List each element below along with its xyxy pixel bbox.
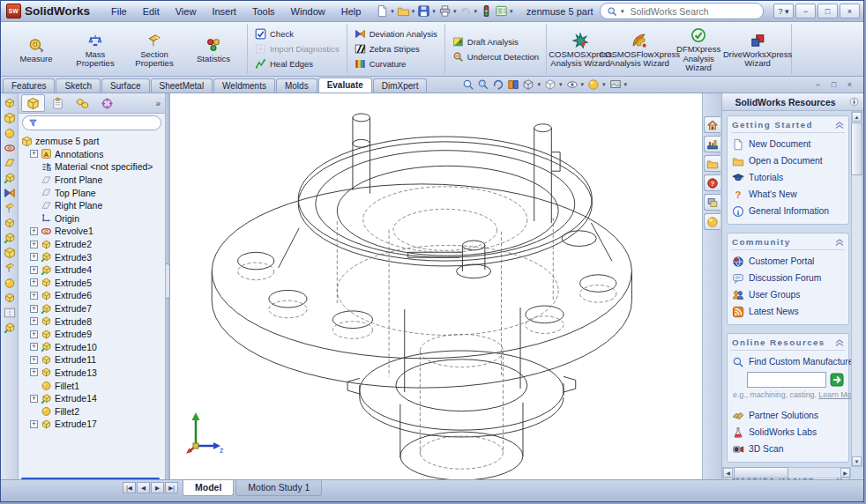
- hole-wizard-button[interactable]: [2, 171, 17, 185]
- import-diagnostics-button[interactable]: Import Diagnostics: [252, 42, 342, 56]
- scroll-up-icon[interactable]: ▲: [852, 112, 862, 122]
- collapse-chevron-icon[interactable]: [835, 339, 844, 346]
- vertical-scroll-thumb[interactable]: [851, 122, 862, 175]
- mirror-button[interactable]: [2, 306, 17, 320]
- tree-item-front-plane[interactable]: Front Plane: [21, 174, 165, 187]
- link-general-information[interactable]: iGeneral Information: [731, 203, 845, 219]
- link-tutorials[interactable]: Tutorials: [731, 169, 845, 186]
- tree-item-material-not-specified[interactable]: Material <not specified>: [21, 160, 165, 174]
- revolved-cut-button[interactable]: [2, 186, 17, 200]
- study-nav-button[interactable]: ◀: [137, 482, 150, 493]
- task-pane-horizontal-scrollbar[interactable]: ◀ ▶: [722, 467, 851, 478]
- menu-file[interactable]: File: [103, 4, 135, 19]
- dropdown-caret-icon[interactable]: ▾: [432, 8, 436, 15]
- expand-icon[interactable]: +: [30, 343, 38, 351]
- driveworksxpress-wizard-button[interactable]: DriveWorksXpress Wizard: [728, 30, 787, 69]
- tree-item-fillet1[interactable]: Fillet1: [21, 379, 165, 392]
- mass-properties-button[interactable]: Mass Properties: [66, 30, 124, 69]
- menu-view[interactable]: View: [168, 4, 205, 19]
- expand-icon[interactable]: +: [30, 227, 38, 235]
- tab-sketch[interactable]: Sketch: [56, 78, 101, 93]
- dropdown-caret-icon[interactable]: ▾: [412, 8, 415, 15]
- configurationmanager-tab[interactable]: [71, 94, 94, 112]
- view-orientation-button[interactable]: [521, 78, 535, 92]
- collapse-chevron-icon[interactable]: [835, 122, 844, 129]
- tab-motion-study-1[interactable]: Motion Study 1: [235, 480, 322, 496]
- search-caret-icon[interactable]: ▾: [621, 8, 624, 15]
- expand-icon[interactable]: +: [30, 305, 38, 313]
- tree-item-extrude14[interactable]: +Extrude14: [21, 392, 165, 405]
- tree-item-annotations[interactable]: +AAnnotations: [21, 148, 165, 161]
- dropdown-caret-icon[interactable]: ▾: [391, 8, 394, 15]
- draft-analysis-button[interactable]: Draft Analysis: [450, 34, 541, 48]
- go-button[interactable]: [830, 373, 844, 387]
- tab-surface[interactable]: Surface: [101, 78, 149, 93]
- propertymanager-tab[interactable]: [46, 94, 70, 112]
- task-pane-tab-file-explorer[interactable]: [704, 155, 720, 172]
- menu-window[interactable]: Window: [283, 4, 333, 19]
- restore-button[interactable]: □: [817, 4, 838, 19]
- edit-appearance-button[interactable]: [586, 78, 601, 92]
- undo-button[interactable]: [458, 4, 473, 19]
- scroll-down-icon[interactable]: ▼: [852, 456, 862, 466]
- tree-item-fillet2[interactable]: Fillet2: [21, 404, 165, 418]
- curvature-button[interactable]: Curvature: [352, 57, 440, 71]
- expand-icon[interactable]: +: [30, 356, 38, 364]
- minimize-button[interactable]: −: [795, 4, 816, 19]
- tree-item-extrude9[interactable]: +Extrude9: [21, 328, 165, 341]
- menu-tools[interactable]: Tools: [244, 4, 283, 19]
- selection-filter-button[interactable]: [479, 4, 494, 19]
- lofted-cut-button[interactable]: [2, 216, 17, 230]
- doc-restore-button[interactable]: □: [827, 79, 840, 90]
- task-pane-tab-appearances[interactable]: [704, 213, 720, 230]
- dropdown-caret-icon[interactable]: ▾: [559, 81, 563, 88]
- dropdown-caret-icon[interactable]: ▾: [624, 81, 628, 88]
- zoom-to-area-button[interactable]: [476, 78, 490, 92]
- hide-show-items-button[interactable]: [565, 78, 579, 92]
- expand-icon[interactable]: +: [30, 241, 38, 248]
- help-button[interactable]: ? ▾: [773, 4, 794, 19]
- link-find-custom-manufacturers[interactable]: Find Custom Manufacturers: [731, 353, 845, 370]
- zoom-to-fit-button[interactable]: [461, 78, 475, 92]
- dfmxpress-analysis-wizard-button[interactable]: DFMXpress Analysis Wizard: [669, 25, 728, 72]
- tab-molds[interactable]: Molds: [276, 78, 317, 93]
- tree-item-extrude3[interactable]: +Extrude3: [21, 250, 165, 263]
- expand-icon[interactable]: +: [30, 368, 38, 376]
- open-document-button[interactable]: [396, 4, 411, 19]
- new-document-button[interactable]: [375, 4, 390, 19]
- deviation-analysis-button[interactable]: Deviation Analysis: [352, 27, 440, 41]
- link-solidworks-labs[interactable]: SolidWorks Labs: [731, 424, 845, 441]
- task-pane-tab-view-palette[interactable]: [704, 194, 720, 211]
- tree-item-extrude13[interactable]: +Extrude13: [21, 367, 165, 380]
- dropdown-caret-icon[interactable]: ▾: [537, 81, 541, 88]
- fillet-button[interactable]: [2, 231, 17, 245]
- options-button[interactable]: [494, 4, 509, 19]
- lofted-boss-button[interactable]: [2, 141, 17, 155]
- swept-boss-button[interactable]: [2, 126, 17, 140]
- expand-icon[interactable]: +: [30, 150, 38, 158]
- swept-cut-button[interactable]: [2, 201, 17, 215]
- doc-close-button[interactable]: ×: [843, 79, 856, 90]
- tab-evaluate[interactable]: Evaluate: [318, 78, 372, 93]
- dropdown-caret-icon[interactable]: ▾: [510, 8, 513, 15]
- tree-item-extrude8[interactable]: +Extrude8: [21, 315, 165, 328]
- zebra-stripes-button[interactable]: Zebra Stripes: [352, 42, 440, 56]
- check-button[interactable]: Check: [252, 27, 342, 41]
- print-button[interactable]: [437, 4, 452, 19]
- tree-item-extrude7[interactable]: +Extrude7: [21, 302, 165, 315]
- undercut-detection-button[interactable]: Undercut Detection: [450, 49, 541, 63]
- expand-icon[interactable]: +: [30, 266, 38, 274]
- pin-icon[interactable]: [848, 96, 860, 107]
- menu-insert[interactable]: Insert: [204, 4, 244, 19]
- tree-item-revolve1[interactable]: +Revolve1: [21, 225, 165, 238]
- tree-item-extrude10[interactable]: +Extrude10: [21, 341, 165, 354]
- link-3d-scan[interactable]: 3D Scan: [731, 441, 845, 457]
- draft-button[interactable]: [2, 276, 17, 290]
- rib-button[interactable]: [2, 261, 17, 275]
- scroll-right-icon[interactable]: ▶: [840, 468, 850, 478]
- tree-item-extrude2[interactable]: +Extrude2: [21, 238, 165, 251]
- task-pane-tab-search-results[interactable]: ?: [704, 174, 720, 191]
- menu-edit[interactable]: Edit: [135, 4, 168, 19]
- chamfer-button[interactable]: [2, 246, 17, 260]
- tab-weldments[interactable]: Weldments: [213, 78, 275, 93]
